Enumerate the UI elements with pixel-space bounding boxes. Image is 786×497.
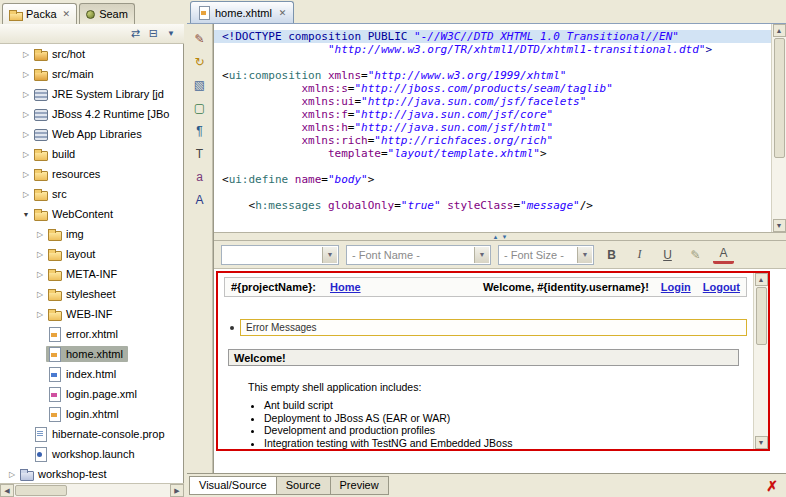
collapse-all-icon[interactable]: ⊟ <box>149 27 158 40</box>
tree-item-content[interactable]: Web App Libraries <box>32 126 147 142</box>
show-selection-bar-icon[interactable]: T <box>190 144 210 163</box>
italic-button[interactable]: I <box>629 244 650 265</box>
underline-button[interactable]: U <box>657 244 678 265</box>
show-border-icon[interactable]: ▢ <box>190 98 210 117</box>
collapsed-arrow-icon[interactable]: ▷ <box>20 170 32 179</box>
tree-item[interactable]: ▷img <box>0 224 183 244</box>
chevron-down-icon[interactable]: ▼ <box>474 247 489 263</box>
home-link[interactable]: Home <box>330 281 361 293</box>
scroll-left-icon[interactable]: ◀ <box>0 484 14 497</box>
tab-package-explorer[interactable]: Packa ✕ <box>2 3 77 24</box>
bottom-tab-preview[interactable]: Preview <box>330 476 389 495</box>
tree-item-content[interactable]: stylesheet <box>46 286 121 302</box>
tree-item-content[interactable]: login.xhtml <box>46 406 124 422</box>
tree-item-content[interactable]: layout <box>46 246 100 262</box>
scroll-right-icon[interactable]: ▶ <box>170 484 184 497</box>
tree-item[interactable]: ▷workshop-test <box>0 464 183 483</box>
source-line[interactable]: xmlns:ui="http://java.sun.com/jsf/facele… <box>214 95 771 108</box>
tree-item-content[interactable]: src/hot <box>32 46 90 62</box>
tree-item[interactable]: ▷src/main <box>0 64 183 84</box>
tab-seam[interactable]: Seam <box>79 3 135 24</box>
font-size-combo[interactable]: - Font Size - ▼ <box>498 245 594 265</box>
tree-item[interactable]: workshop.launch <box>0 444 183 464</box>
collapsed-arrow-icon[interactable]: ▷ <box>34 310 46 319</box>
logout-link[interactable]: Logout <box>703 281 740 293</box>
tree-item[interactable]: hibernate-console.prop <box>0 424 183 444</box>
refresh-icon[interactable]: ↻ <box>190 52 210 71</box>
tree-item[interactable]: ▷src <box>0 184 183 204</box>
source-line[interactable]: xmlns:rich="http://richfaces.org/rich" <box>214 134 771 147</box>
source-line[interactable]: <ui:define name="body"> <box>214 173 771 186</box>
font-color-button[interactable]: A <box>713 245 734 264</box>
tree-item[interactable]: login.xhtml <box>0 404 183 424</box>
source-line[interactable]: xmlns:f="http://java.sun.com/jsf/core" <box>214 108 771 121</box>
vpe-document[interactable]: #{projectName}: Home Welcome, #{identity… <box>216 271 770 451</box>
chevron-down-icon[interactable]: ▼ <box>322 247 337 263</box>
visual-editor[interactable]: #{projectName}: Home Welcome, #{identity… <box>214 269 786 473</box>
tree-item-content[interactable]: home.xhtml <box>46 346 128 362</box>
tree-item-content[interactable]: JBoss 4.2 Runtime [JBo <box>32 106 174 122</box>
tree-item[interactable]: ▷src/hot <box>0 44 183 64</box>
source-line[interactable] <box>214 186 771 199</box>
tree-item-content[interactable]: src <box>32 186 72 202</box>
collapsed-arrow-icon[interactable]: ▷ <box>20 150 32 159</box>
source-line[interactable]: xmlns:h="http://java.sun.com/jsf/html" <box>214 121 771 134</box>
collapsed-arrow-icon[interactable]: ▷ <box>34 250 46 259</box>
close-editor-tab-icon[interactable]: ✕ <box>279 8 287 18</box>
explorer-horizontal-scrollbar[interactable]: ◀ ▶ <box>0 483 184 497</box>
source-line[interactable] <box>214 56 771 69</box>
expanded-arrow-icon[interactable]: ▼ <box>20 211 32 218</box>
source-line[interactable]: "http://www.w3.org/TR/xhtml1/DTD/xhtml1-… <box>214 43 771 56</box>
tree-item[interactable]: ▷Web App Libraries <box>0 124 183 144</box>
tree-item-content[interactable]: resources <box>32 166 105 182</box>
tree-item-content[interactable]: error.xhtml <box>46 326 123 342</box>
tree-item-content[interactable]: img <box>46 226 89 242</box>
scroll-down-icon[interactable]: ▼ <box>755 436 768 449</box>
splitter-down-icon[interactable]: ▼ <box>502 234 508 240</box>
scrollbar-thumb[interactable] <box>774 38 785 158</box>
tree-item-content[interactable]: WebContent <box>32 206 118 222</box>
tree-item[interactable]: ▷layout <box>0 244 183 264</box>
bottom-tab-source[interactable]: Source <box>276 476 331 495</box>
tree-item-content[interactable]: workshop-test <box>18 466 111 482</box>
collapsed-arrow-icon[interactable]: ▷ <box>34 270 46 279</box>
highlight-button[interactable]: ✎ <box>685 244 706 265</box>
tree-item-content[interactable]: login.page.xml <box>46 386 142 402</box>
tree-item[interactable]: ▷JBoss 4.2 Runtime [JBo <box>0 104 183 124</box>
collapsed-arrow-icon[interactable]: ▷ <box>20 90 32 99</box>
splitter-up-icon[interactable]: ▲ <box>493 234 499 240</box>
project-tree[interactable]: ▷src/hot▷src/main▷JRE System Library [jd… <box>0 44 184 483</box>
tree-item-content[interactable]: hibernate-console.prop <box>32 426 170 442</box>
scroll-up-icon[interactable]: ▲ <box>755 273 768 286</box>
tree-item[interactable]: ▷resources <box>0 164 183 184</box>
source-line[interactable]: <!DOCTYPE composition PUBLIC "-//W3C//DT… <box>214 30 771 43</box>
tree-item[interactable]: ▷build <box>0 144 183 164</box>
source-line[interactable]: template="layout/template.xhtml"> <box>214 147 771 160</box>
scrollbar-thumb[interactable] <box>756 287 767 345</box>
tab-home-xhtml[interactable]: home.xhtml ✕ <box>190 1 294 23</box>
collapsed-arrow-icon[interactable]: ▷ <box>20 110 32 119</box>
tree-item[interactable]: ▷stylesheet <box>0 284 183 304</box>
chevron-down-icon[interactable]: ▼ <box>577 247 592 263</box>
scrollbar-thumb[interactable] <box>15 485 67 496</box>
scroll-up-icon[interactable]: ▲ <box>773 24 786 37</box>
tree-item-content[interactable]: JRE System Library [jd <box>32 86 169 102</box>
collapsed-arrow-icon[interactable]: ▷ <box>34 290 46 299</box>
tree-item-content[interactable]: META-INF <box>46 266 122 282</box>
tree-item-content[interactable]: build <box>32 146 80 162</box>
bold-button[interactable]: B <box>601 244 622 265</box>
tree-item[interactable]: ▼WebContent <box>0 204 183 224</box>
show-non-visual-tags-icon[interactable]: ¶ <box>190 121 210 140</box>
tree-item[interactable]: ▷WEB-INF <box>0 304 183 324</box>
link-with-editor-icon[interactable]: ⇄ <box>131 27 140 40</box>
collapsed-arrow-icon[interactable]: ▷ <box>6 470 18 479</box>
tree-item-content[interactable]: WEB-INF <box>46 306 117 322</box>
source-line[interactable]: <ui:composition xmlns="http://www.w3.org… <box>214 69 771 82</box>
collapsed-arrow-icon[interactable]: ▷ <box>20 130 32 139</box>
tree-item-content[interactable]: workshop.launch <box>32 446 140 462</box>
bottom-tab-visual-source[interactable]: Visual/Source <box>189 476 277 495</box>
source-editor[interactable]: <!DOCTYPE composition PUBLIC "-//W3C//DT… <box>214 24 786 232</box>
visual-vertical-scrollbar[interactable]: ▲ ▼ <box>753 273 768 449</box>
tree-item[interactable]: index.html <box>0 364 183 384</box>
tree-item-content[interactable]: index.html <box>46 366 121 382</box>
